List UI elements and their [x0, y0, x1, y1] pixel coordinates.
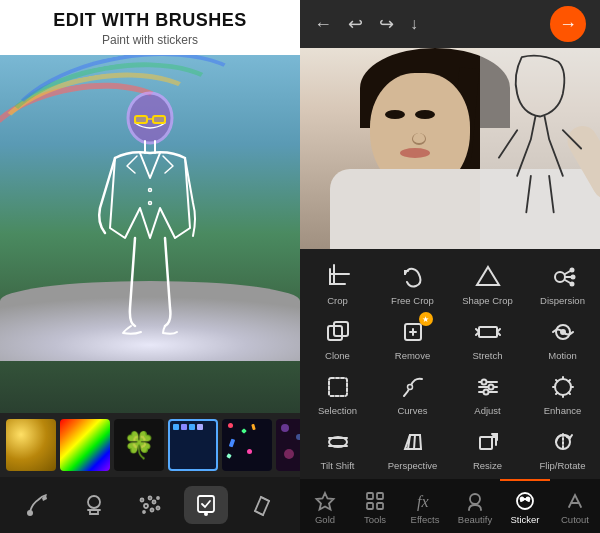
tool-stretch-label: Stretch: [472, 350, 502, 361]
tool-adjust-label: Adjust: [474, 405, 500, 416]
curves-icon: [397, 371, 429, 403]
undo-icon[interactable]: ↩: [348, 13, 363, 35]
right-topbar: ← ↩ ↪ ↓ →: [300, 0, 600, 48]
person-sketch: [75, 78, 225, 358]
svg-rect-26: [479, 327, 497, 337]
svg-text:fx: fx: [417, 493, 429, 511]
tools-panel: Crop Free Crop Shape Crop: [300, 249, 600, 479]
svg-rect-49: [377, 503, 383, 509]
tool-clone[interactable]: Clone: [300, 310, 375, 365]
svg-point-28: [561, 330, 565, 334]
sticker-thumb-confetti[interactable]: [222, 419, 272, 471]
svg-rect-43: [480, 437, 492, 449]
tool-shape-crop[interactable]: Shape Crop: [450, 255, 525, 310]
selection-icon: [322, 371, 354, 403]
nav-beautify-label: Beautify: [458, 514, 492, 525]
shape-crop-icon: [472, 261, 504, 293]
tool-dispersion[interactable]: Dispersion: [525, 255, 600, 310]
sticker-thumb-gold[interactable]: [6, 419, 56, 471]
tool-resize[interactable]: Resize: [450, 420, 525, 475]
tool-resize-label: Resize: [473, 460, 502, 471]
svg-rect-1: [135, 116, 147, 123]
tool-dispersion-label: Dispersion: [540, 295, 585, 306]
svg-rect-46: [367, 493, 373, 499]
svg-rect-2: [153, 116, 165, 123]
brush-tool-eraser[interactable]: [240, 486, 284, 524]
crop-icon: [322, 261, 354, 293]
adjust-icon: [472, 371, 504, 403]
tool-selection[interactable]: Selection: [300, 365, 375, 420]
remove-icon: ★: [397, 316, 429, 348]
flip-rotate-icon: [547, 426, 579, 458]
left-header-sub: Paint with stickers: [20, 33, 280, 47]
svg-point-52: [517, 493, 533, 509]
sketch-overlay: [480, 48, 600, 249]
sticker-thumb-rainbow[interactable]: [60, 419, 110, 471]
tool-crop[interactable]: Crop: [300, 255, 375, 310]
brush-tool-spray[interactable]: [128, 486, 172, 524]
next-button[interactable]: →: [550, 6, 586, 42]
sticker-thumb-dark[interactable]: [276, 419, 300, 471]
nav-sticker[interactable]: Sticker: [500, 479, 550, 533]
tool-flip-rotate-label: Flip/Rotate: [540, 460, 586, 471]
sticker-thumb-selected[interactable]: [168, 419, 218, 471]
nav-effects[interactable]: fx Effects: [400, 479, 450, 533]
svg-point-6: [27, 510, 33, 516]
svg-point-22: [570, 283, 573, 286]
clone-icon: [322, 316, 354, 348]
nav-cutout[interactable]: Cutout: [550, 479, 600, 533]
motion-icon: [547, 316, 579, 348]
svg-rect-48: [367, 503, 373, 509]
tool-enhance-label: Enhance: [544, 405, 582, 416]
topbar-left: ← ↩ ↪ ↓: [314, 13, 418, 35]
brush-tool-active[interactable]: [184, 486, 228, 524]
tool-remove[interactable]: ★ Remove: [375, 310, 450, 365]
sticker-thumb-clover[interactable]: 🍀: [114, 419, 164, 471]
tool-clone-label: Clone: [325, 350, 350, 361]
download-icon[interactable]: ↓: [410, 15, 418, 33]
svg-point-54: [527, 497, 530, 500]
svg-point-20: [570, 269, 573, 272]
tool-free-crop[interactable]: Free Crop: [375, 255, 450, 310]
right-panel: ← ↩ ↪ ↓ →: [300, 0, 600, 533]
back-icon[interactable]: ←: [314, 14, 332, 35]
right-image-area: [300, 48, 600, 249]
tool-tilt-shift[interactable]: Tilt Shift: [300, 420, 375, 475]
nav-gold[interactable]: Gold: [300, 479, 350, 533]
left-panel: EDIT WITH BRUSHES Paint with stickers: [0, 0, 300, 533]
brush-tool-stamp[interactable]: [72, 486, 116, 524]
svg-point-17: [204, 512, 208, 516]
svg-point-14: [157, 497, 159, 499]
nav-beautify[interactable]: Beautify: [450, 479, 500, 533]
brush-toolbar: [0, 477, 300, 533]
svg-point-51: [470, 494, 480, 504]
tool-remove-label: Remove: [395, 350, 430, 361]
svg-point-11: [141, 499, 144, 502]
svg-point-7: [88, 496, 100, 508]
left-header: EDIT WITH BRUSHES Paint with stickers: [0, 0, 300, 55]
svg-rect-47: [377, 493, 383, 499]
svg-point-53: [521, 497, 524, 500]
tool-motion[interactable]: Motion: [525, 310, 600, 365]
svg-rect-16: [198, 496, 214, 512]
tool-curves[interactable]: Curves: [375, 365, 450, 420]
redo-icon[interactable]: ↪: [379, 13, 394, 35]
nav-tools[interactable]: Tools: [350, 479, 400, 533]
nav-tools-label: Tools: [364, 514, 386, 525]
tool-curves-label: Curves: [397, 405, 427, 416]
tool-adjust[interactable]: Adjust: [450, 365, 525, 420]
tool-enhance[interactable]: Enhance: [525, 365, 600, 420]
nav-sticker-label: Sticker: [510, 514, 539, 525]
svg-point-8: [144, 504, 148, 508]
tool-selection-label: Selection: [318, 405, 357, 416]
dispersion-icon: [547, 261, 579, 293]
tool-flip-rotate[interactable]: Flip/Rotate: [525, 420, 600, 475]
bottom-nav: Gold Tools fx Effects Beautify: [300, 479, 600, 533]
tools-grid: Crop Free Crop Shape Crop: [300, 255, 600, 475]
tool-perspective[interactable]: Perspective: [375, 420, 450, 475]
nav-gold-label: Gold: [315, 514, 335, 525]
nav-effects-label: Effects: [411, 514, 440, 525]
stretch-icon: [472, 316, 504, 348]
tool-stretch[interactable]: Stretch: [450, 310, 525, 365]
brush-tool-paint[interactable]: [16, 486, 60, 524]
